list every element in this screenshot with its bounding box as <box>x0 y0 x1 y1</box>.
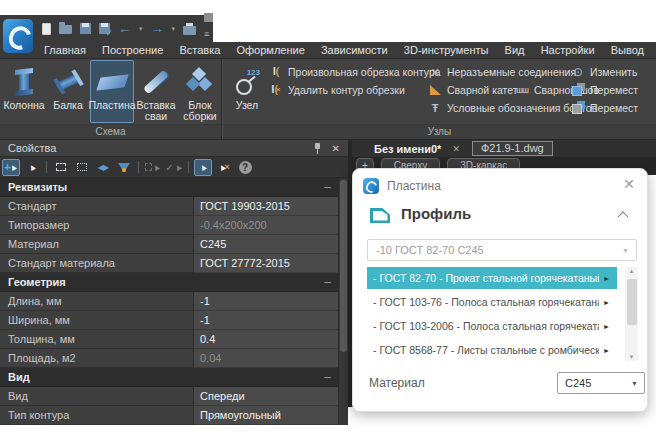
property-row[interactable]: Ширина, мм-1 <box>0 311 338 330</box>
profile-section-icon <box>370 208 390 223</box>
property-row[interactable]: Длина, мм-1 <box>0 292 338 311</box>
deselect-window-icon[interactable]: ▲ <box>144 159 162 176</box>
select-window-icon[interactable] <box>52 159 70 176</box>
move-button-2[interactable]: Перемест <box>571 100 638 115</box>
pile-insert-button[interactable]: Вставка сваи <box>134 60 178 123</box>
property-row[interactable]: ВидСпереди <box>0 387 338 406</box>
undo-menu-icon[interactable]: ▾ <box>139 22 143 36</box>
tab-3d-instrumenty[interactable]: 3D-инструменты <box>400 42 493 58</box>
assembly-block-button[interactable]: Блок сборки <box>178 60 222 123</box>
tab-nastroyki[interactable]: Настройки <box>537 42 599 58</box>
section-geometriya[interactable]: Геометрия– <box>0 273 338 292</box>
select-add-icon[interactable]: +▲ <box>2 159 20 176</box>
redo-icon[interactable]: → <box>151 22 164 36</box>
column-button[interactable]: Колонна <box>2 60 46 123</box>
filter-icon[interactable] <box>115 159 133 176</box>
contour-trim-icon: I( <box>269 65 283 78</box>
new-file-icon[interactable] <box>42 22 51 36</box>
dropdown-caret-icon[interactable]: ▼ <box>631 380 638 387</box>
property-row[interactable]: Тип контураПрямоугольный <box>0 406 338 425</box>
property-row[interactable]: Типоразмер-0.4x200x200 <box>0 216 338 235</box>
delete-trim-contour-button[interactable]: I(× Удалить контур обрезки <box>269 82 405 97</box>
weld-fillet-button[interactable]: Сварной катет <box>428 82 518 97</box>
select-icon[interactable]: ▲ <box>23 159 41 176</box>
close-panel-icon[interactable]: ✕ <box>332 143 340 154</box>
pin-icon[interactable] <box>314 143 322 154</box>
properties-toolbar: +▲ ▲ ◀▶ ▲ ✓▲ ▲ ▲× ? <box>0 157 348 178</box>
redo-menu-icon[interactable]: ▾ <box>172 22 176 36</box>
toolbar-separator <box>46 161 47 173</box>
scroll-down-icon[interactable]: ▼ <box>625 354 638 360</box>
plate-dialog: Пластина ✕ Профиль -10 ГОСТ 82-70 С245 ▼… <box>352 168 648 412</box>
help-icon[interactable]: ? <box>236 159 254 176</box>
swap-selection-icon[interactable]: ◀▶ <box>94 159 112 176</box>
app-window: ← ▾ → ▾ ≡ Главная Построение Вставка Офо… <box>0 0 656 436</box>
ribbon: Колонна Балка Пластина Вставка сваи Блок… <box>0 59 656 140</box>
modify-button[interactable]: ⊙ Изменить <box>571 64 637 79</box>
tab-zavisimosti[interactable]: Зависимости <box>317 42 392 58</box>
move-button-1[interactable]: Перемест <box>571 82 638 97</box>
list-item[interactable]: - ГОСТ 103-76 - Полоса стальная горячека… <box>367 291 617 313</box>
expand-arrow-icon[interactable]: ► <box>603 323 610 330</box>
plate-button[interactable]: Пластина <box>90 60 134 123</box>
open-file-icon[interactable] <box>59 22 72 36</box>
blocks-icon <box>185 68 215 96</box>
customize-toolbar-icon[interactable]: ≡ <box>204 30 209 39</box>
save-as-icon[interactable] <box>99 22 110 36</box>
section-vid[interactable]: Вид– <box>0 368 338 387</box>
document-tab-unnamed[interactable]: Без имени0* <box>374 143 441 155</box>
node-button[interactable]: Узел <box>227 60 267 123</box>
dropdown-caret-icon[interactable]: ▼ <box>622 247 629 254</box>
profile-combobox[interactable]: -10 ГОСТ 82-70 С245 ▼ <box>367 239 637 261</box>
scrollbar-thumb[interactable] <box>627 279 637 325</box>
tab-vyvod[interactable]: Вывод <box>607 42 648 58</box>
save-icon[interactable] <box>80 22 91 36</box>
properties-scrollbar[interactable] <box>338 178 348 425</box>
expand-arrow-icon[interactable]: ► <box>603 299 610 306</box>
property-row[interactable]: Толщина, мм0.4 <box>0 330 338 349</box>
list-item[interactable]: - ГОСТ 82-70 - Прокат стальной горячекат… <box>367 267 617 289</box>
properties-title: Свойства <box>0 142 314 154</box>
expand-arrow-icon[interactable]: ► <box>603 275 610 282</box>
list-item[interactable]: - ГОСТ 103-2006 - Полоса стальная горяче… <box>367 315 617 337</box>
collapse-icon[interactable]: – <box>324 182 331 192</box>
scrollbar-thumb[interactable] <box>340 180 347 352</box>
tab-vstavka[interactable]: Вставка <box>175 42 224 58</box>
tab-glavnaya[interactable]: Главная <box>40 42 90 58</box>
material-combobox[interactable]: С245 ▼ <box>557 372 645 394</box>
arbitrary-contour-trim-button[interactable]: I( Произвольная обрезка контура <box>269 64 441 79</box>
property-row[interactable]: СтандартГОСТ 19903-2015 <box>0 197 338 216</box>
collapse-section-icon[interactable] <box>617 211 628 222</box>
ribbon-tab-bar: Главная Построение Вставка Оформление За… <box>0 42 656 59</box>
collapse-icon[interactable]: – <box>324 277 331 287</box>
document-tab-dwg[interactable]: Ф21.9-1.dwg <box>472 141 553 156</box>
select-all-icon[interactable] <box>73 159 91 176</box>
ribbon-group-schema: Колонна Балка Пластина Вставка сваи Блок… <box>0 59 222 139</box>
properties-header[interactable]: Свойства ✕ <box>0 140 348 157</box>
print-icon[interactable] <box>183 22 196 36</box>
close-document-icon[interactable]: ✕ <box>452 144 460 154</box>
expand-arrow-icon[interactable]: ► <box>603 347 610 354</box>
scroll-up-icon[interactable]: ▲ <box>625 268 638 274</box>
apply-selection-icon[interactable]: ✓▲ <box>165 159 183 176</box>
pointer-mode-icon[interactable]: ▲ <box>194 159 212 176</box>
permanent-joints-button[interactable]: ✕ Неразъемные соединения <box>428 64 576 79</box>
tab-oformlenie[interactable]: Оформление <box>233 42 309 58</box>
material-label: Материал <box>369 376 425 390</box>
ribbon-group-uzly: Узел I( Произвольная обрезка контура I(×… <box>223 59 656 139</box>
clear-selection-icon[interactable]: ▲× <box>215 159 233 176</box>
list-scrollbar[interactable]: ▲ ▼ <box>625 267 638 361</box>
property-row[interactable]: МатериалС245 <box>0 235 338 254</box>
tab-postroenie[interactable]: Построение <box>98 42 167 58</box>
pile-icon <box>143 70 169 95</box>
app-logo[interactable] <box>3 19 33 53</box>
property-row[interactable]: Площадь, м20.04 <box>0 349 338 368</box>
list-item[interactable]: - ГОСТ 8568-77 - Листы стальные с ромбич… <box>367 339 617 361</box>
property-row[interactable]: Стандарт материалаГОСТ 27772-2015 <box>0 254 338 273</box>
beam-button[interactable]: Балка <box>46 60 90 123</box>
section-rekvizity[interactable]: Реквизиты– <box>0 178 338 197</box>
undo-icon[interactable]: ← <box>118 22 131 36</box>
tab-vid[interactable]: Вид <box>501 42 529 58</box>
collapse-icon[interactable]: – <box>324 372 331 382</box>
dialog-close-icon[interactable]: ✕ <box>623 176 635 192</box>
